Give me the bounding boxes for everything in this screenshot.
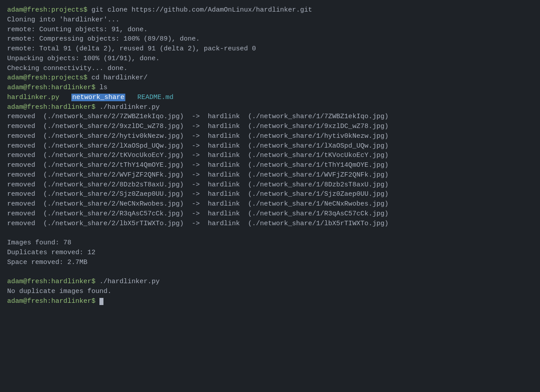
line-cloning: Cloning into 'hardlinker'... (7, 15, 533, 25)
blank-2 (7, 267, 533, 277)
cmd-run1: ./hardlinker.py (99, 103, 160, 111)
line-removed-12: removed (./network_share/2/lbX5rTIWXTo.j… (7, 219, 533, 229)
prompt-1: adam@fresh:projects$ (7, 6, 91, 14)
line-removed-10: removed (./network_share/2/NeCNxRwobes.j… (7, 199, 533, 209)
line-removed-7: removed (./network_share/2/WVFjZF2QNFk.j… (7, 170, 533, 180)
line-total: remote: Total 91 (delta 2), reused 91 (d… (7, 44, 533, 54)
line-cd: adam@fresh:projects$ cd hardlinker/ (7, 73, 533, 83)
line-removed-2: removed (./network_share/2/9xzlDC_wZ78.j… (7, 122, 533, 132)
line-removed-8: removed (./network_share/2/8Dzb2sT8axU.j… (7, 180, 533, 190)
cmd-cd: cd hardlinker/ (91, 74, 148, 82)
prompt-final: adam@fresh:hardlinker$ (7, 297, 99, 305)
line-ls-output: hardlinker.py network_share README.md (7, 93, 533, 103)
line-run2: adam@fresh:hardlinker$ ./hardlinker.py (7, 277, 533, 287)
line-removed-9: removed (./network_share/2/Sjz0Zaep0UU.j… (7, 190, 533, 199)
line-removed-4: removed (./network_share/2/lXaOSpd_UQw.j… (7, 141, 533, 151)
prompt-cd: adam@fresh:projects$ (7, 74, 91, 82)
line-images-found: Images found: 78 (7, 238, 533, 248)
prompt-run1: adam@fresh:hardlinker$ (7, 103, 99, 111)
line-removed-6: removed (./network_share/2/tThY14QmOYE.j… (7, 161, 533, 170)
line-removed-1: removed (./network_share/2/7ZWBZ1ekIqo.j… (7, 112, 533, 122)
line-removed-3: removed (./network_share/2/hytiv0kNezw.j… (7, 132, 533, 141)
line-duplicates: Duplicates removed: 12 (7, 248, 533, 258)
ls-file-readme: README.md (137, 94, 173, 101)
prompt-ls: adam@fresh:hardlinker$ (7, 84, 99, 91)
line-1: adam@fresh:projects$ git clone https://g… (7, 5, 533, 15)
cmd-ls: ls (99, 84, 107, 91)
ls-dir-network-share: network_share (71, 94, 125, 101)
prompt-run2: adam@fresh:hardlinker$ (7, 278, 99, 285)
line-checking: Checking connectivity... done. (7, 64, 533, 74)
line-compressing: remote: Compressing objects: 100% (89/89… (7, 34, 533, 44)
line-counting: remote: Counting objects: 91, done. (7, 25, 533, 35)
cmd-1: git clone https://github.com/AdamOnLinux… (91, 6, 312, 14)
line-final-prompt: adam@fresh:hardlinker$ (7, 297, 533, 306)
line-no-dup: No duplicate images found. (7, 287, 533, 297)
terminal: adam@fresh:projects$ git clone https://g… (7, 5, 533, 306)
cmd-run2: ./hardlinker.py (99, 278, 160, 285)
blank-1 (7, 228, 533, 238)
cursor (99, 298, 103, 305)
line-ls: adam@fresh:hardlinker$ ls (7, 83, 533, 93)
line-unpacking: Unpacking objects: 100% (91/91), done. (7, 54, 533, 64)
line-removed-11: removed (./network_share/2/R3qAsC57cCk.j… (7, 209, 533, 219)
ls-file-hardlinker: hardlinker.py (7, 94, 59, 101)
line-removed-5: removed (./network_share/2/tKVocUkoEcY.j… (7, 151, 533, 161)
line-space: Space removed: 2.7MB (7, 258, 533, 268)
line-run1: adam@fresh:hardlinker$ ./hardlinker.py (7, 103, 533, 112)
